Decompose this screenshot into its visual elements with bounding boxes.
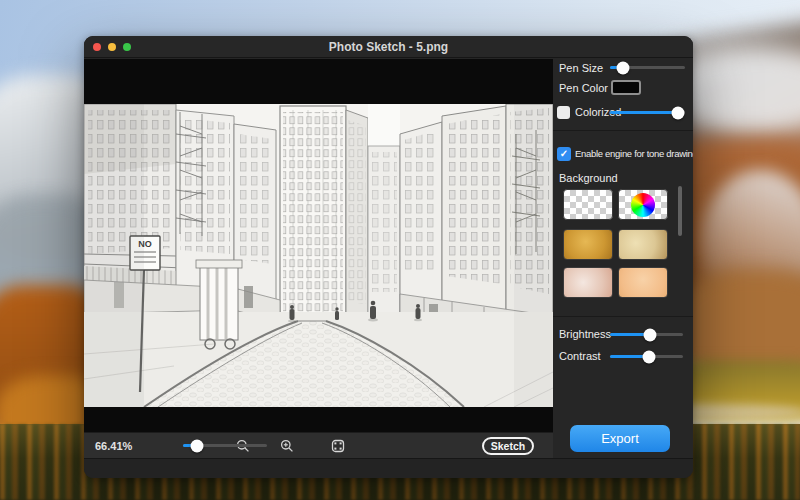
pen-size-label: Pen Size: [559, 61, 603, 75]
fit-to-screen-icon[interactable]: [331, 439, 345, 453]
app-window: Photo Sketch - 5.png: [84, 36, 693, 478]
desktop-wallpaper: Photo Sketch - 5.png: [0, 0, 800, 500]
close-button[interactable]: [93, 43, 101, 51]
background-thumbnail-paper-gold[interactable]: [563, 229, 613, 260]
background-thumbnail-transparent[interactable]: [563, 189, 613, 220]
color-wheel-icon: [631, 193, 655, 217]
sketch-button[interactable]: Sketch: [482, 437, 534, 455]
zoom-slider[interactable]: [183, 444, 267, 447]
background-thumbnail-paper-peach[interactable]: [618, 267, 668, 298]
pen-size-slider[interactable]: [610, 66, 685, 69]
colorized-checkbox[interactable]: ✓: [557, 106, 570, 119]
background-thumbnail-color-wheel[interactable]: [618, 189, 668, 220]
pen-color-label: Pen Color: [559, 81, 608, 95]
contrast-label: Contrast: [559, 349, 601, 363]
zoom-level-value: 66.41%: [95, 433, 132, 459]
colorized-slider-thumb[interactable]: [671, 106, 684, 119]
pen-size-slider-thumb[interactable]: [616, 61, 629, 74]
export-button[interactable]: Export: [570, 425, 670, 452]
zoom-slider-thumb[interactable]: [191, 439, 204, 452]
minimize-button[interactable]: [108, 43, 116, 51]
canvas-area: NO: [84, 59, 553, 458]
brightness-slider[interactable]: [610, 333, 683, 336]
background-scrollbar[interactable]: [678, 186, 682, 236]
background-thumbnail-paper-parchment[interactable]: [618, 229, 668, 260]
engine-label: Enable engine for tone drawing: [575, 147, 693, 161]
contrast-slider-thumb[interactable]: [642, 350, 655, 363]
brightness-label: Brightness: [559, 327, 611, 341]
brightness-slider-thumb[interactable]: [644, 328, 657, 341]
sidebar: Pen Size Pen Color ✓ Colorized ✓: [553, 59, 693, 458]
contrast-slider[interactable]: [610, 355, 683, 358]
canvas-statusbar: 66.41%: [84, 432, 553, 458]
pen-color-swatch[interactable]: [611, 80, 641, 95]
titlebar[interactable]: Photo Sketch - 5.png: [84, 36, 693, 58]
engine-checkbox[interactable]: ✓: [557, 147, 571, 161]
sketch-image: NO: [84, 104, 553, 407]
street-cart: [196, 260, 242, 349]
background-thumbnail-paper-rose[interactable]: [563, 267, 613, 298]
colorized-slider[interactable]: [610, 111, 685, 114]
zoom-in-icon[interactable]: [280, 439, 294, 453]
check-icon: ✓: [560, 149, 568, 159]
window-title: Photo Sketch - 5.png: [84, 36, 693, 58]
background-label: Background: [559, 171, 618, 185]
window-bottom-bar: [84, 458, 693, 478]
zoom-window-button[interactable]: [123, 43, 131, 51]
